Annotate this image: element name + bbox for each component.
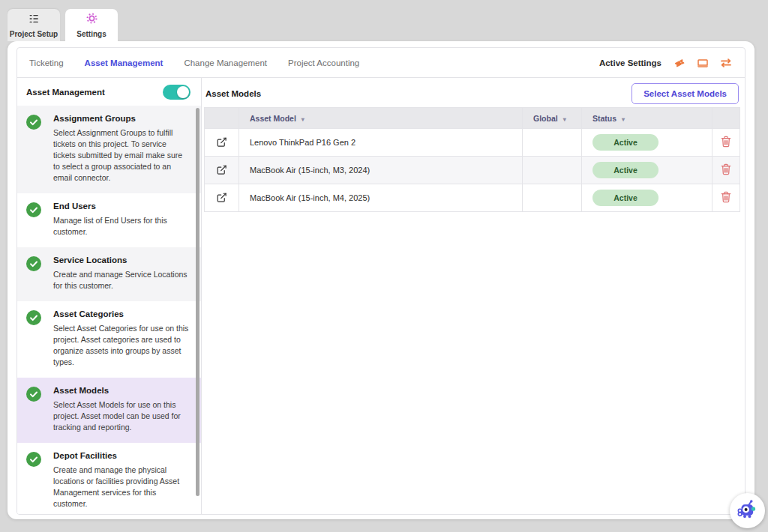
- settings-panel: Ticketing Asset Management Change Manage…: [16, 47, 746, 515]
- check-circle-icon: [26, 115, 41, 130]
- table-header-row: Asset Model Global Status: [205, 108, 740, 129]
- sidebar-title: Asset Management: [26, 88, 105, 97]
- sidebar-item-text: Assignment Groups Select Assignment Grou…: [53, 114, 190, 184]
- sidebar-item-text: Asset Models Select Asset Models for use…: [53, 386, 190, 433]
- laptop-icon[interactable]: [696, 56, 710, 70]
- check-circle-icon: [26, 452, 41, 467]
- sidebar-item-title: Assignment Groups: [53, 114, 190, 123]
- asset-model-cell: Lenovo ThinkPad P16 Gen 2: [239, 129, 523, 157]
- window-tab-bar: Project Setup Settings: [8, 9, 118, 41]
- check-circle-icon: [26, 256, 41, 271]
- asset-models-table: Asset Model Global Status: [204, 107, 740, 212]
- sidebar-item-text: End Users Manage list of End Users for t…: [53, 202, 190, 238]
- active-settings-label: Active Settings: [599, 58, 662, 67]
- sidebar-item-description: Select Asset Models for use on this proj…: [53, 399, 190, 433]
- sidebar-item-text: Depot Facilities Create and manage the p…: [53, 451, 190, 510]
- sidebar-item-title: End Users: [53, 202, 190, 211]
- sidebar-item-description: Manage list of End Users for this custom…: [53, 215, 190, 238]
- toggle-knob: [177, 86, 189, 98]
- sidebar-item-title: Asset Categories: [53, 309, 190, 318]
- tab-settings[interactable]: Settings: [65, 9, 118, 41]
- panel-title: Asset Models: [206, 89, 261, 98]
- sidebar-item-description: Create and manage the physical locations…: [53, 465, 190, 510]
- edit-column-header: [205, 108, 239, 129]
- settings-card: Ticketing Asset Management Change Manage…: [8, 41, 754, 519]
- ticket-icon[interactable]: [673, 56, 686, 70]
- trash-icon[interactable]: [719, 134, 733, 149]
- asset-model-column-header[interactable]: Asset Model: [239, 108, 523, 129]
- global-column-header[interactable]: Global: [523, 108, 582, 129]
- tab-asset-management[interactable]: Asset Management: [85, 58, 164, 67]
- sidebar-item-asset-categories[interactable]: Asset Categories Select Asset Categories…: [17, 301, 201, 378]
- sidebar-item-description: Select Assignment Groups to fulfill tick…: [53, 127, 190, 184]
- sidebar-item-service-locations[interactable]: Service Locations Create and manage Serv…: [17, 247, 201, 301]
- sidebar-item-description: Create and manage Service Locations for …: [53, 269, 190, 291]
- tab-settings-label: Settings: [76, 30, 106, 38]
- chat-widget-button[interactable]: [730, 493, 765, 528]
- actions-column-header: [712, 108, 740, 129]
- sidebar-header: Asset Management: [17, 78, 201, 106]
- sidebar-item-text: Service Locations Create and manage Serv…: [53, 256, 190, 291]
- sidebar-item-title: Service Locations: [53, 256, 190, 265]
- check-circle-icon: [26, 202, 41, 217]
- trash-icon[interactable]: [719, 162, 733, 177]
- table-row: MacBook Air (15-inch, M3, 2024) Active: [205, 157, 740, 184]
- sidebar-item-description: Select Asset Categories for use on this …: [53, 323, 190, 368]
- table-row: MacBook Air (15-inch, M4, 2025) Active: [205, 184, 740, 212]
- status-column-header[interactable]: Status: [582, 108, 712, 129]
- sidebar-item-assignment-groups[interactable]: Assignment Groups Select Assignment Grou…: [17, 106, 201, 193]
- sidebar-item-asset-models[interactable]: Asset Models Select Asset Models for use…: [17, 378, 201, 443]
- status-badge: Active: [592, 162, 658, 178]
- table-row: Lenovo ThinkPad P16 Gen 2 Active: [205, 129, 740, 157]
- sidebar-scrollbar[interactable]: [196, 108, 200, 496]
- status-badge: Active: [592, 134, 658, 151]
- sidebar-item-title: Depot Facilities: [53, 451, 190, 460]
- swap-arrows-icon[interactable]: [719, 56, 733, 70]
- status-badge: Active: [592, 190, 658, 206]
- settings-content: Asset Management Assignment Groups Selec…: [17, 78, 745, 514]
- select-asset-models-button[interactable]: Select Asset Models: [632, 83, 739, 104]
- edit-icon[interactable]: [214, 163, 229, 177]
- asset-models-header: Asset Models Select Asset Models: [204, 78, 740, 107]
- robot-mascot-icon: [736, 498, 760, 525]
- edit-icon[interactable]: [214, 135, 229, 149]
- sidebar-item-text: Asset Categories Select Asset Categories…: [53, 309, 190, 368]
- trash-icon[interactable]: [719, 190, 733, 205]
- asset-model-cell: MacBook Air (15-inch, M4, 2025): [239, 184, 523, 212]
- tab-project-accounting[interactable]: Project Accounting: [288, 58, 359, 67]
- tab-project-setup[interactable]: Project Setup: [8, 9, 60, 41]
- asset-management-toggle[interactable]: [163, 85, 190, 100]
- check-circle-icon: [26, 387, 41, 402]
- app-window: Project Setup Settings Ticketing Asset M…: [0, 0, 768, 532]
- sidebar-item-depot-facilities[interactable]: Depot Facilities Create and manage the p…: [17, 443, 201, 514]
- settings-tab-bar: Ticketing Asset Management Change Manage…: [17, 48, 745, 78]
- asset-models-panel: Asset Models Select Asset Models Asset M…: [202, 78, 745, 514]
- gear-icon: [86, 12, 98, 28]
- sidebar-item-list: Assignment Groups Select Assignment Grou…: [17, 106, 201, 514]
- asset-model-cell: MacBook Air (15-inch, M3, 2024): [239, 157, 523, 184]
- check-circle-icon: [26, 310, 41, 325]
- tab-change-management[interactable]: Change Management: [184, 58, 267, 67]
- edit-icon[interactable]: [214, 190, 229, 205]
- global-cell: [523, 157, 582, 184]
- tab-project-setup-label: Project Setup: [10, 30, 58, 38]
- sidebar-item-title: Asset Models: [53, 386, 190, 395]
- project-setup-list-icon: [28, 13, 40, 28]
- active-settings-group: Active Settings: [599, 56, 733, 70]
- tab-ticketing[interactable]: Ticketing: [29, 58, 64, 67]
- global-cell: [523, 129, 582, 157]
- sidebar-item-end-users[interactable]: End Users Manage list of End Users for t…: [17, 193, 201, 247]
- asset-management-sidebar: Asset Management Assignment Groups Selec…: [17, 78, 202, 514]
- global-cell: [523, 184, 582, 212]
